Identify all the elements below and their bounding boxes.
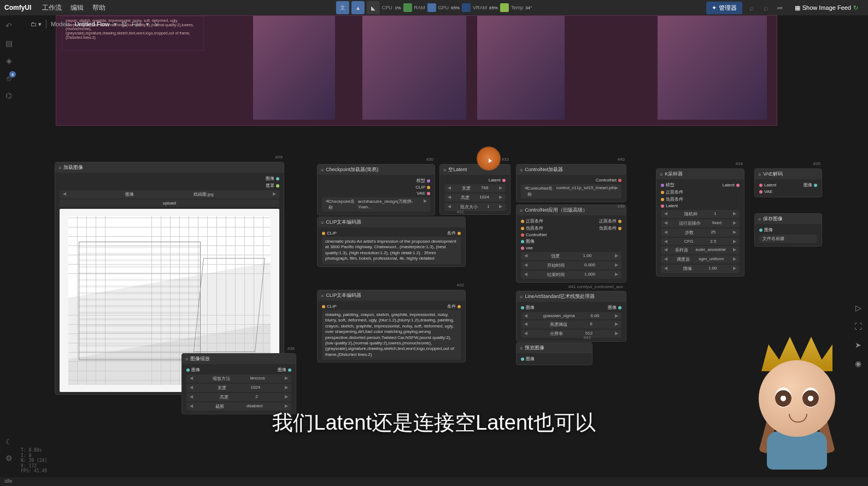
output-dot[interactable] bbox=[427, 179, 430, 183]
show-feed-button[interactable]: ▦ Show Image Feed ↻ bbox=[789, 2, 864, 14]
checkpoint-selector[interactable]: ◀Checkpoint名称archihacutre_design|万能拼-Yua… bbox=[322, 197, 430, 212]
share-icon[interactable]: ➦ bbox=[775, 3, 785, 13]
node-clip-negative[interactable]: #32 CLIP文本编码器 CLIP条件 drawing, painting, … bbox=[317, 290, 466, 362]
height-input[interactable]: ◀高度1024▶ bbox=[444, 194, 506, 202]
upload-button[interactable]: upload bbox=[60, 200, 279, 207]
output-dot[interactable] bbox=[618, 179, 621, 182]
cfg-input[interactable]: ◀CFG2.5▶ bbox=[661, 238, 740, 245]
eye-icon[interactable]: ◉ bbox=[852, 357, 865, 370]
after-gen-input[interactable]: ◀运行后操作fixed▶ bbox=[661, 219, 740, 227]
input-dot[interactable] bbox=[322, 305, 325, 308]
end-input[interactable]: ◀结束时间1.000▶ bbox=[521, 271, 621, 279]
node-header[interactable]: CLIP文本编码器 bbox=[318, 290, 465, 301]
resolution-input[interactable]: ◀分辨率512▶ bbox=[521, 330, 621, 338]
undo-icon[interactable]: ↶ bbox=[4, 21, 14, 31]
expand-icon[interactable]: ⛶ bbox=[852, 320, 865, 333]
strength-input[interactable]: ◀强度1.00▶ bbox=[521, 252, 621, 260]
start-input[interactable]: ◀开始时间0.000▶ bbox=[521, 261, 621, 270]
node-controlnet-loader[interactable]: #40 ControlNet加载器 ControlNet ◀ControlNet… bbox=[516, 164, 626, 202]
seed-input[interactable]: ◀随机种1▶ bbox=[661, 210, 740, 218]
group-previews[interactable]: crayon, sketch, graphite, impressionist,… bbox=[56, 15, 777, 126]
node-header[interactable]: ControlNet应用（旧版高级） bbox=[517, 205, 626, 215]
output-dot[interactable] bbox=[276, 184, 279, 188]
node-header[interactable]: 保存图像 bbox=[755, 214, 822, 224]
node-lineart-preprocessor[interactable]: LineArtStandard艺术线预处理器 图像图像 ◀guassian_si… bbox=[516, 291, 626, 342]
output-dot[interactable] bbox=[458, 232, 461, 235]
output-dot[interactable] bbox=[427, 192, 430, 195]
node-preview-image[interactable]: #42 预览图像 图像 bbox=[516, 342, 593, 365]
output-dot[interactable] bbox=[288, 368, 291, 372]
steps-input[interactable]: ◀步数25▶ bbox=[661, 229, 740, 237]
input-dot[interactable] bbox=[521, 233, 524, 237]
input-dot[interactable] bbox=[521, 306, 524, 309]
menu-edit[interactable]: 编辑 bbox=[71, 3, 84, 13]
graph-icon[interactable]: ⎋ bbox=[4, 73, 14, 83]
input-dot[interactable] bbox=[661, 204, 664, 208]
node-clip-positive[interactable]: #31 CLIP文本编码器 CLIP条件 cinematic photo An … bbox=[317, 216, 466, 267]
denoise-input[interactable]: ◀降噪1.00▶ bbox=[661, 265, 740, 273]
moon-icon[interactable]: ☾ bbox=[4, 437, 14, 447]
folder-icon[interactable]: 🗀 ▾ bbox=[31, 21, 42, 28]
zoom-in-icon[interactable]: ⌕ bbox=[747, 3, 756, 13]
node-vae-decode[interactable]: #35 VAE解码 Latent图像 VAE bbox=[754, 168, 822, 197]
save-icon[interactable]: 🖫 bbox=[121, 21, 127, 27]
node-header[interactable]: 图像缩放 bbox=[182, 354, 296, 364]
input-dot[interactable] bbox=[521, 227, 524, 230]
positive-prompt-text[interactable]: cinematic photo An artist's impression o… bbox=[322, 237, 461, 264]
play-icon[interactable]: ▷ bbox=[852, 301, 865, 314]
node-header[interactable]: ControlNet加载器 bbox=[517, 165, 626, 175]
input-dot[interactable] bbox=[661, 191, 664, 194]
input-dot[interactable] bbox=[759, 229, 763, 232]
list-icon[interactable]: ▤ bbox=[4, 38, 14, 48]
height-input[interactable]: ◀高度2▶ bbox=[186, 393, 291, 401]
output-dot[interactable] bbox=[736, 184, 740, 187]
import-icon[interactable]: ⇲ bbox=[154, 21, 159, 28]
locate-icon[interactable]: ➤ bbox=[852, 338, 865, 352]
node-header[interactable]: 预览图像 bbox=[517, 343, 592, 353]
node-save-image[interactable]: 保存图像 图像 文件名前缀 bbox=[754, 213, 822, 247]
node-header[interactable]: Checkpoint加载器(简易) bbox=[318, 165, 435, 175]
output-dot[interactable] bbox=[814, 184, 817, 187]
threshold-input[interactable]: ◀亮度阈值8▶ bbox=[521, 320, 621, 329]
input-dot[interactable] bbox=[521, 240, 524, 243]
input-dot[interactable] bbox=[521, 358, 524, 361]
input-dot[interactable] bbox=[661, 198, 664, 201]
negative-prompt-text[interactable]: drawing, painting, crayon, sketch, graph… bbox=[322, 310, 461, 360]
controlnet-selector[interactable]: ◀ControlNet名称control_v11p_sd15_lineart.p… bbox=[521, 184, 621, 198]
input-dot[interactable] bbox=[186, 368, 190, 372]
chevron-down-icon[interactable]: ▾ bbox=[146, 21, 149, 28]
node-empty-latent[interactable]: #33 空Latent Latent ◀宽度768▶ ◀高度1024▶ ◀批次大… bbox=[439, 164, 511, 215]
image-selector[interactable]: ◀图像线稿图.jpg▶ bbox=[60, 190, 279, 198]
output-dot[interactable] bbox=[618, 227, 621, 230]
node-header[interactable]: K采样器 bbox=[656, 169, 744, 179]
theme-icon[interactable]: ▲ bbox=[351, 1, 365, 14]
output-dot[interactable] bbox=[276, 177, 279, 180]
output-dot[interactable] bbox=[618, 220, 621, 223]
input-dot[interactable] bbox=[759, 190, 763, 194]
method-input[interactable]: ◀缩放方法lanczos▶ bbox=[186, 374, 291, 383]
translate-icon[interactable]: 文 bbox=[336, 1, 349, 14]
node-ksampler[interactable]: #34 K采样器 模型Latent 正面条件 负面条件 Latent ◀随机种1… bbox=[656, 168, 744, 277]
node-canvas[interactable]: crayon, sketch, graphite, impressionist,… bbox=[17, 15, 868, 476]
node-header[interactable]: VAE解码 bbox=[755, 169, 822, 179]
hierarchy-icon[interactable]: ⌬ bbox=[4, 91, 14, 101]
filename-prefix[interactable]: 文件名前缀 bbox=[759, 235, 817, 243]
input-dot[interactable] bbox=[322, 232, 325, 235]
scheduler-input[interactable]: ◀调度器sgm_uniform▶ bbox=[661, 255, 740, 264]
width-input[interactable]: ◀宽度768▶ bbox=[444, 184, 506, 192]
node-controlnet-apply[interactable]: #39 ControlNet应用（旧版高级） 正面条件正面条件 负面条件负面条件… bbox=[516, 204, 626, 283]
node-checkpoint-loader[interactable]: #30 Checkpoint加载器(简易) 模型 CLIP VAE ◀Check… bbox=[317, 164, 435, 215]
node-header[interactable]: CLIP文本编码器 bbox=[318, 217, 465, 227]
output-dot[interactable] bbox=[618, 306, 621, 309]
input-dot[interactable] bbox=[521, 247, 524, 250]
bookmark-icon[interactable]: ◣ bbox=[367, 1, 380, 14]
input-dot[interactable] bbox=[759, 184, 763, 187]
zoom-out-icon[interactable]: ⌕ bbox=[761, 3, 771, 13]
sampler-input[interactable]: ◀采样器euler_ancestral▶ bbox=[661, 246, 740, 254]
node-image-scale[interactable]: #38 图像缩放 图像图像 ◀缩放方法lanczos▶ ◀宽度1024▶ ◀高度… bbox=[181, 353, 296, 414]
output-dot[interactable] bbox=[458, 305, 461, 308]
batch-input[interactable]: ◀批次大小1▶ bbox=[444, 203, 506, 211]
node-header[interactable]: 空Latent bbox=[440, 165, 510, 175]
menu-workflow[interactable]: 工作流 bbox=[42, 3, 62, 13]
models-label[interactable]: Models bbox=[51, 21, 70, 27]
